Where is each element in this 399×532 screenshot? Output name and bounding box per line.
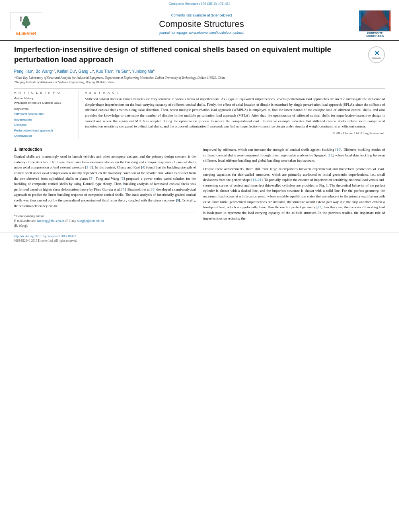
- author-bo-wang[interactable]: Bo Wang: [35, 70, 52, 74]
- keyword-3[interactable]: Collapse: [14, 122, 73, 128]
- keywords-list: Stiffened conical shell Imperfection Col…: [14, 111, 73, 139]
- footnote-area: * Corresponding author. E-mail addresses…: [14, 212, 196, 228]
- abstract-label: A B S T R A C T: [85, 91, 385, 94]
- body-paragraph-1: Conical shells are increasingly used in …: [14, 154, 196, 209]
- affiliation-a: ᵃ State Key Laboratory of Structural Ana…: [14, 76, 385, 80]
- header-divider: [14, 88, 385, 88]
- authors-line: Peng Haoa, Bo Wanga,*, Kaifan Dua, Gang …: [14, 69, 385, 74]
- cite-5[interactable]: 5: [90, 177, 92, 181]
- article-history-value: Available online 24 October 2015: [14, 101, 73, 105]
- cite-7[interactable]: 7: [123, 187, 124, 191]
- elsevier-wordmark: ELSEVIER: [16, 31, 36, 36]
- author-yu-sun[interactable]: Yu Sun: [115, 70, 128, 74]
- author-gang-li[interactable]: Gang Li: [78, 70, 93, 74]
- body-paragraph-3: Despite these achievements, there still …: [203, 166, 385, 221]
- elsevier-logo: ELSEVIER: [8, 12, 44, 36]
- article-history-label: Article history:: [14, 97, 73, 100]
- affiliation-b: ᵇ Beijing Institute of Astronautical Sys…: [14, 80, 385, 85]
- elsevier-tree-icon: [10, 12, 42, 30]
- cite-11[interactable]: 11: [329, 153, 332, 157]
- svg-point-4: [20, 16, 22, 18]
- keywords-label: Keywords:: [14, 107, 73, 111]
- body-paragraph-2: improved by stiffeners, which can increa…: [203, 147, 385, 164]
- email1-link[interactable]: haopeng@dlut.edu.cn: [37, 219, 64, 223]
- author-kaifan-du[interactable]: Kaifan Du: [57, 70, 75, 74]
- article-info-column: A R T I C L E I N F O Article history: A…: [14, 91, 78, 139]
- cite-12-ref[interactable]: 12: [318, 205, 321, 209]
- keyword-5[interactable]: Optimization: [14, 133, 73, 139]
- cite-8[interactable]: 8: [152, 187, 154, 191]
- author-peng-hao[interactable]: Peng Hao: [14, 70, 32, 74]
- keyword-1[interactable]: Stiffened conical shell: [14, 111, 73, 117]
- sciencedirect-link[interactable]: ScienceDirect: [211, 13, 232, 17]
- info-abstract-columns: A R T I C L E I N F O Article history: A…: [14, 91, 385, 139]
- keyword-2[interactable]: Imperfection: [14, 117, 73, 123]
- cite-12-21[interactable]: 12–21: [253, 178, 261, 182]
- doi-link[interactable]: http://dx.doi.org/10.1016/j.compstruct.2…: [14, 234, 385, 239]
- composite-logo-text: COMPOSITESTRUCTURES: [366, 32, 384, 37]
- journal-reference-bar: Composite Structures 136 (2016) 405–413: [0, 0, 399, 7]
- svg-rect-5: [20, 18, 22, 21]
- abstract-text: Stiffened conical shells in launch vehic…: [85, 97, 385, 129]
- email2-link[interactable]: wangbo@dlut.edu.cn: [77, 219, 104, 223]
- affiliations: ᵃ State Key Laboratory of Structural Ana…: [14, 76, 385, 85]
- footnote-emails: E-mail addresses: haopeng@dlut.edu.cn (P…: [14, 219, 196, 224]
- article-info-label: A R T I C L E I N F O: [14, 91, 73, 94]
- journal-header: ELSEVIER Contents lists available at Sci…: [0, 7, 399, 41]
- crossmark-badge[interactable]: ✕ CrossMark: [368, 46, 385, 63]
- cite-9[interactable]: 9: [177, 198, 179, 202]
- composite-logo-image: [359, 10, 391, 31]
- author-kuo-tian[interactable]: Kuo Tian: [96, 70, 112, 74]
- journal-center-info: Contents lists available at ScienceDirec…: [44, 13, 359, 35]
- abstract-column: A B S T R A C T Stiffened conical shells…: [85, 91, 385, 139]
- footnote-b-wang: (B. Wang).: [14, 224, 196, 228]
- homepage-link[interactable]: www.elsevier.com/locate/compstruct: [189, 31, 244, 35]
- main-content-area: Imperfection-insensitive design of stiff…: [0, 41, 399, 232]
- article-title: Imperfection-insensitive design of stiff…: [14, 45, 368, 64]
- copyright-line: © 2015 Elsevier Ltd. All rights reserved…: [85, 131, 385, 135]
- composite-structures-logo: COMPOSITESTRUCTURES: [359, 10, 391, 37]
- footer-area: http://dx.doi.org/10.1016/j.compstruct.2…: [0, 232, 399, 244]
- cite-4[interactable]: 4: [142, 165, 144, 169]
- author-yunlong-ma[interactable]: Yunlong Ma: [132, 70, 153, 74]
- journal-homepage-line: journal homepage: www.elsevier.com/locat…: [52, 31, 351, 35]
- footer-copyright: 0263-8223/© 2015 Elsevier Ltd. All right…: [14, 239, 385, 242]
- section-1-heading: 1. Introduction: [14, 147, 196, 152]
- journal-reference: Composite Structures 136 (2016) 405–413: [169, 2, 230, 6]
- footnote-corresponding: * Corresponding author.: [14, 214, 196, 219]
- body-columns: 1. Introduction Conical shells are incre…: [14, 147, 385, 228]
- journal-title: Composite Structures: [52, 19, 351, 29]
- cite-10[interactable]: 10: [337, 148, 340, 152]
- sciencedirect-line: Contents lists available at ScienceDirec…: [52, 13, 351, 17]
- cite-1-3[interactable]: 1–3: [86, 165, 92, 169]
- body-column-right: improved by stiffeners, which can increa…: [203, 147, 385, 228]
- svg-point-3: [24, 16, 29, 20]
- article-title-section: Imperfection-insensitive design of stiff…: [14, 45, 385, 67]
- cite-6[interactable]: 6: [122, 177, 123, 181]
- body-divider: [14, 143, 385, 143]
- body-column-left: 1. Introduction Conical shells are incre…: [14, 147, 196, 228]
- keyword-4[interactable]: Perturbation load approach: [14, 128, 73, 134]
